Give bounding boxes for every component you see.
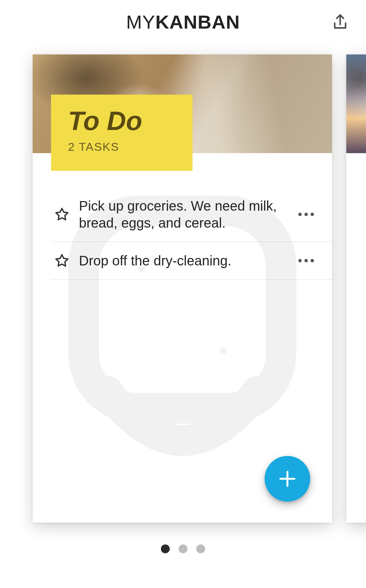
page-dot-3[interactable]: [196, 544, 205, 553]
star-outline-icon: [55, 254, 69, 268]
share-button[interactable]: [331, 12, 350, 31]
next-board-peek[interactable]: [346, 54, 366, 523]
task-count: 2 TASKS: [68, 140, 178, 153]
page-dot-2[interactable]: [179, 544, 187, 553]
star-button[interactable]: [51, 254, 73, 268]
board-card[interactable]: To Do 2 TASKS Pick up groceries. We need…: [33, 54, 332, 523]
star-button[interactable]: [51, 207, 73, 222]
board-title: To Do: [68, 108, 178, 134]
add-task-button[interactable]: [265, 456, 310, 502]
task-row[interactable]: Pick up groceries. We need milk, bread, …: [51, 184, 332, 242]
page-dot-1[interactable]: [161, 544, 170, 553]
task-text: Drop off the dry-cleaning.: [73, 252, 294, 269]
task-row[interactable]: Drop off the dry-cleaning.: [51, 242, 332, 280]
plus-icon: [277, 468, 298, 489]
app-header: MYKANBAN: [0, 0, 366, 44]
app-title-prefix: MY: [126, 11, 155, 33]
app-title: MYKANBAN: [126, 11, 240, 33]
task-more-button[interactable]: [294, 259, 318, 262]
task-list: Pick up groceries. We need milk, bread, …: [51, 184, 332, 280]
svg-point-2: [220, 347, 227, 354]
more-horizontal-icon: [298, 259, 302, 262]
task-more-button[interactable]: [294, 213, 318, 216]
star-outline-icon: [55, 207, 69, 222]
svg-marker-4: [56, 255, 68, 266]
board-hero-image: [346, 54, 366, 153]
app-title-suffix: KANBAN: [155, 11, 240, 33]
share-icon: [332, 13, 348, 31]
svg-marker-3: [56, 209, 68, 220]
more-horizontal-icon: [298, 213, 302, 216]
page-indicator: [0, 544, 366, 553]
board-title-chip: To Do 2 TASKS: [51, 95, 193, 171]
task-text: Pick up groceries. We need milk, bread, …: [73, 197, 294, 231]
